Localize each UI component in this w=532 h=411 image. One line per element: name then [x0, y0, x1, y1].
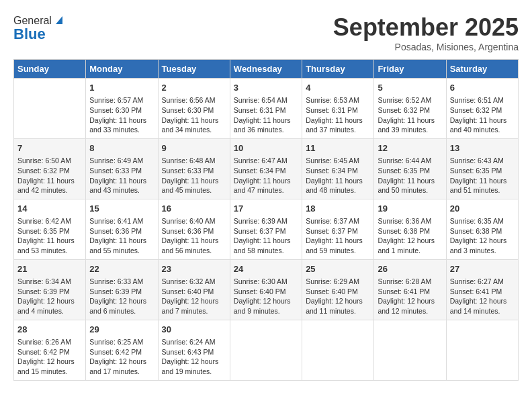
- title-block: September 2025 Posadas, Misiones, Argent…: [333, 13, 519, 52]
- day-number: 2: [162, 82, 226, 94]
- calendar-cell: [446, 320, 518, 380]
- calendar-cell: 1Sunrise: 6:57 AM Sunset: 6:30 PM Daylig…: [86, 79, 158, 139]
- day-number: 23: [162, 263, 226, 275]
- calendar-cell: 18Sunrise: 6:37 AM Sunset: 6:37 PM Dayli…: [302, 199, 374, 259]
- day-number: 6: [450, 82, 515, 94]
- day-number: 20: [450, 203, 515, 215]
- calendar-cell: 27Sunrise: 6:27 AM Sunset: 6:41 PM Dayli…: [446, 259, 518, 320]
- calendar-cell: 24Sunrise: 6:30 AM Sunset: 6:40 PM Dayli…: [230, 259, 302, 320]
- day-info: Sunrise: 6:36 AM Sunset: 6:38 PM Dayligh…: [378, 216, 442, 256]
- calendar-cell: [302, 320, 374, 380]
- day-info: Sunrise: 6:44 AM Sunset: 6:35 PM Dayligh…: [378, 156, 442, 195]
- day-info: Sunrise: 6:42 AM Sunset: 6:35 PM Dayligh…: [17, 216, 82, 256]
- day-number: 26: [378, 263, 442, 275]
- day-number: 3: [234, 82, 298, 94]
- calendar-cell: 12Sunrise: 6:44 AM Sunset: 6:35 PM Dayli…: [374, 138, 446, 199]
- week-row-3: 14Sunrise: 6:42 AM Sunset: 6:35 PM Dayli…: [14, 199, 519, 259]
- day-number: 1: [89, 82, 154, 94]
- day-info: Sunrise: 6:49 AM Sunset: 6:33 PM Dayligh…: [89, 156, 154, 195]
- calendar-cell: 5Sunrise: 6:52 AM Sunset: 6:32 PM Daylig…: [374, 79, 446, 139]
- calendar-cell: 7Sunrise: 6:50 AM Sunset: 6:32 PM Daylig…: [14, 138, 86, 199]
- day-info: Sunrise: 6:53 AM Sunset: 6:31 PM Dayligh…: [306, 95, 370, 135]
- day-info: Sunrise: 6:32 AM Sunset: 6:40 PM Dayligh…: [162, 277, 226, 316]
- day-info: Sunrise: 6:52 AM Sunset: 6:32 PM Dayligh…: [378, 95, 442, 135]
- day-number: 8: [89, 142, 154, 154]
- calendar-cell: 17Sunrise: 6:39 AM Sunset: 6:37 PM Dayli…: [230, 199, 302, 259]
- day-info: Sunrise: 6:30 AM Sunset: 6:40 PM Dayligh…: [234, 277, 298, 316]
- day-number: 14: [17, 203, 82, 215]
- day-info: Sunrise: 6:35 AM Sunset: 6:38 PM Dayligh…: [450, 216, 515, 256]
- day-number: 18: [306, 203, 370, 215]
- location-subtitle: Posadas, Misiones, Argentina: [333, 42, 519, 52]
- calendar-cell: 20Sunrise: 6:35 AM Sunset: 6:38 PM Dayli…: [446, 199, 518, 259]
- day-number: 29: [89, 324, 154, 336]
- day-number: 21: [17, 263, 82, 275]
- calendar-cell: 3Sunrise: 6:54 AM Sunset: 6:31 PM Daylig…: [230, 79, 302, 139]
- day-number: 22: [89, 263, 154, 275]
- day-number: 25: [306, 263, 370, 275]
- day-info: Sunrise: 6:37 AM Sunset: 6:37 PM Dayligh…: [306, 216, 370, 256]
- day-info: Sunrise: 6:28 AM Sunset: 6:41 PM Dayligh…: [378, 277, 442, 316]
- week-row-1: 1Sunrise: 6:57 AM Sunset: 6:30 PM Daylig…: [14, 79, 519, 139]
- day-number: 12: [378, 142, 442, 154]
- logo-icon: [53, 13, 65, 26]
- calendar-cell: 9Sunrise: 6:48 AM Sunset: 6:33 PM Daylig…: [158, 138, 230, 199]
- calendar-cell: 26Sunrise: 6:28 AM Sunset: 6:41 PM Dayli…: [374, 259, 446, 320]
- day-info: Sunrise: 6:56 AM Sunset: 6:30 PM Dayligh…: [162, 95, 226, 135]
- calendar-table: SundayMondayTuesdayWednesdayThursdayFrid…: [13, 59, 519, 381]
- day-info: Sunrise: 6:51 AM Sunset: 6:32 PM Dayligh…: [450, 95, 515, 135]
- day-info: Sunrise: 6:48 AM Sunset: 6:33 PM Dayligh…: [162, 156, 226, 195]
- calendar-cell: 25Sunrise: 6:29 AM Sunset: 6:40 PM Dayli…: [302, 259, 374, 320]
- day-info: Sunrise: 6:25 AM Sunset: 6:42 PM Dayligh…: [89, 337, 154, 377]
- calendar-header: SundayMondayTuesdayWednesdayThursdayFrid…: [14, 60, 519, 79]
- day-info: Sunrise: 6:41 AM Sunset: 6:36 PM Dayligh…: [89, 216, 154, 256]
- day-number: 28: [17, 324, 82, 336]
- day-number: 5: [378, 82, 442, 94]
- day-number: 30: [162, 324, 226, 336]
- col-header-sunday: Sunday: [14, 60, 86, 79]
- logo-blue-text: Blue: [13, 26, 46, 43]
- day-number: 10: [234, 142, 298, 154]
- calendar-cell: 11Sunrise: 6:45 AM Sunset: 6:34 PM Dayli…: [302, 138, 374, 199]
- svg-marker-0: [56, 16, 62, 24]
- day-number: 16: [162, 203, 226, 215]
- calendar-cell: 19Sunrise: 6:36 AM Sunset: 6:38 PM Dayli…: [374, 199, 446, 259]
- day-number: 24: [234, 263, 298, 275]
- calendar-cell: 22Sunrise: 6:33 AM Sunset: 6:39 PM Dayli…: [86, 259, 158, 320]
- calendar-cell: 8Sunrise: 6:49 AM Sunset: 6:33 PM Daylig…: [86, 138, 158, 199]
- calendar-cell: 2Sunrise: 6:56 AM Sunset: 6:30 PM Daylig…: [158, 79, 230, 139]
- day-info: Sunrise: 6:50 AM Sunset: 6:32 PM Dayligh…: [17, 156, 82, 195]
- calendar-cell: 30Sunrise: 6:24 AM Sunset: 6:43 PM Dayli…: [158, 320, 230, 380]
- calendar-cell: 15Sunrise: 6:41 AM Sunset: 6:36 PM Dayli…: [86, 199, 158, 259]
- week-row-2: 7Sunrise: 6:50 AM Sunset: 6:32 PM Daylig…: [14, 138, 519, 199]
- day-info: Sunrise: 6:45 AM Sunset: 6:34 PM Dayligh…: [306, 156, 370, 195]
- day-info: Sunrise: 6:54 AM Sunset: 6:31 PM Dayligh…: [234, 95, 298, 135]
- day-info: Sunrise: 6:57 AM Sunset: 6:30 PM Dayligh…: [89, 95, 154, 135]
- calendar-cell: 13Sunrise: 6:43 AM Sunset: 6:35 PM Dayli…: [446, 138, 518, 199]
- day-info: Sunrise: 6:34 AM Sunset: 6:39 PM Dayligh…: [17, 277, 82, 316]
- day-number: 9: [162, 142, 226, 154]
- day-info: Sunrise: 6:40 AM Sunset: 6:36 PM Dayligh…: [162, 216, 226, 256]
- day-number: 13: [450, 142, 515, 154]
- day-number: 17: [234, 203, 298, 215]
- calendar-cell: [374, 320, 446, 380]
- day-number: 7: [17, 142, 82, 154]
- day-info: Sunrise: 6:29 AM Sunset: 6:40 PM Dayligh…: [306, 277, 370, 316]
- day-number: 4: [306, 82, 370, 94]
- day-info: Sunrise: 6:43 AM Sunset: 6:35 PM Dayligh…: [450, 156, 515, 195]
- day-number: 11: [306, 142, 370, 154]
- day-info: Sunrise: 6:33 AM Sunset: 6:39 PM Dayligh…: [89, 277, 154, 316]
- calendar-cell: 4Sunrise: 6:53 AM Sunset: 6:31 PM Daylig…: [302, 79, 374, 139]
- calendar-cell: 16Sunrise: 6:40 AM Sunset: 6:36 PM Dayli…: [158, 199, 230, 259]
- month-title: September 2025: [333, 13, 519, 42]
- day-number: 27: [450, 263, 515, 275]
- week-row-5: 28Sunrise: 6:26 AM Sunset: 6:42 PM Dayli…: [14, 320, 519, 380]
- page-header: General Blue September 2025 Posadas, Mis…: [13, 13, 519, 52]
- calendar-cell: 10Sunrise: 6:47 AM Sunset: 6:34 PM Dayli…: [230, 138, 302, 199]
- day-info: Sunrise: 6:26 AM Sunset: 6:42 PM Dayligh…: [17, 337, 82, 377]
- calendar-cell: [14, 79, 86, 139]
- week-row-4: 21Sunrise: 6:34 AM Sunset: 6:39 PM Dayli…: [14, 259, 519, 320]
- day-number: 19: [378, 203, 442, 215]
- calendar-cell: 14Sunrise: 6:42 AM Sunset: 6:35 PM Dayli…: [14, 199, 86, 259]
- col-header-thursday: Thursday: [302, 60, 374, 79]
